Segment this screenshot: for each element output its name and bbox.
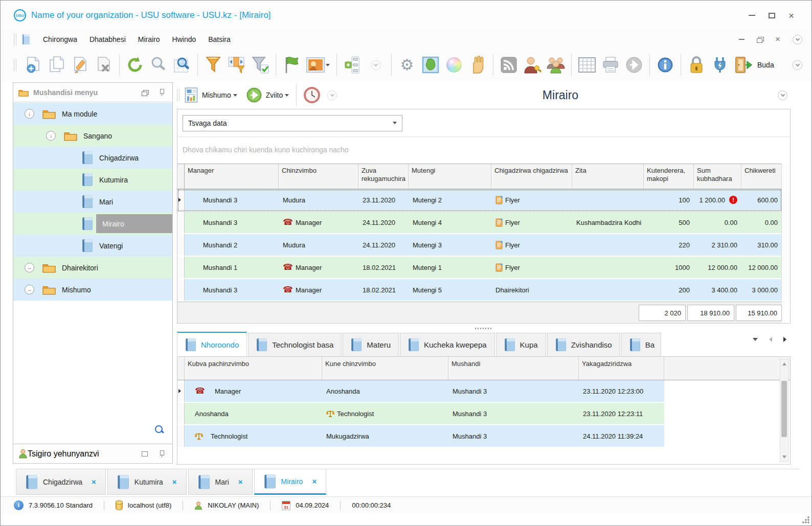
image-view-button[interactable] (303, 53, 333, 77)
expander-expand-icon[interactable]: → (25, 285, 34, 294)
tab-close-icon[interactable]: × (92, 477, 96, 486)
expander-expand-icon[interactable]: → (25, 263, 34, 272)
tree-node-vatengi[interactable]: Vatengi (13, 235, 172, 257)
detail-scrollbar[interactable] (780, 359, 788, 462)
menu-hwindo[interactable]: Hwindo (166, 32, 202, 47)
grid-scrollbar[interactable] (781, 164, 790, 303)
advanced-search-button[interactable] (170, 53, 194, 77)
subtoolbar-overflow-button[interactable] (327, 90, 337, 100)
tab-kupa[interactable]: Kupa (496, 333, 546, 356)
tab-zvishandiso[interactable]: Zvishandiso (547, 333, 620, 356)
close-button[interactable]: × (788, 13, 794, 18)
navigate-next-button[interactable] (622, 53, 646, 77)
table-row[interactable]: Mushandi 2 Mudura 24.11.2020 Mutengi 3 F… (177, 234, 782, 257)
column-header[interactable]: Chinzvimbo (279, 164, 358, 189)
column-header[interactable]: Sum kubhadhara (694, 164, 741, 189)
table-row[interactable]: Mushandi 3 ☎Manager 24.11.2020 Mutengi 4… (177, 212, 782, 234)
scroll-thumb[interactable] (781, 381, 787, 437)
column-header[interactable]: Kutenderera, makopi (644, 164, 694, 189)
delete-record-button[interactable] (92, 53, 116, 77)
rss-feed-button[interactable] (497, 53, 521, 77)
tab-truncated[interactable]: Ba (621, 333, 661, 356)
tab-nhoroondo[interactable]: Nhoroondo (177, 332, 247, 356)
map-view-button[interactable] (419, 53, 442, 77)
column-header[interactable]: Mushandi (448, 357, 579, 380)
window-tab-mirairo[interactable]: Mirairo × (254, 469, 327, 495)
panel-pin-button[interactable] (159, 89, 164, 96)
tree-node-ma-module[interactable]: ↓ Ma module (13, 103, 172, 125)
actions-dropdown[interactable]: Zviito (246, 87, 289, 103)
refresh-button[interactable] (123, 53, 147, 77)
window-tab-chigadzirwa[interactable]: Chigadzirwa × (16, 469, 106, 495)
column-header[interactable]: Kune chinzvimbo (322, 357, 448, 380)
lock-button[interactable] (685, 53, 708, 77)
search-button[interactable] (147, 53, 170, 77)
window-tab-kutumira[interactable]: Kutumira × (107, 469, 187, 495)
maximize-button[interactable] (769, 13, 775, 18)
tab-scroll-right-icon[interactable] (783, 337, 786, 342)
child-restore-button[interactable] (757, 37, 763, 42)
user-permissions-button[interactable] (521, 53, 544, 77)
panel-maximize-button[interactable] (142, 451, 148, 456)
table-row[interactable]: Mushandi 1 ☎Manager 18.02.2021 Mutengi 1… (177, 257, 782, 279)
menu-chirongwa[interactable]: Chirongwa (37, 32, 83, 47)
scroll-down-icon[interactable] (782, 455, 786, 459)
color-theme-button[interactable] (442, 53, 466, 77)
tree-node-chigadzirwa[interactable]: Chigadzirwa (13, 147, 172, 169)
window-tab-mari[interactable]: Mari × (188, 469, 253, 495)
column-header[interactable]: Mutengi (409, 164, 491, 189)
flag-button[interactable] (280, 53, 303, 77)
print-button[interactable] (599, 53, 622, 77)
tab-scroll-left-icon[interactable] (769, 337, 772, 342)
column-header[interactable]: Yakagadziridzwa (579, 357, 664, 380)
menu-grip[interactable] (14, 33, 16, 45)
child-close-button[interactable]: × (775, 37, 780, 42)
exit-button[interactable]: Buda (732, 53, 776, 77)
user-groups-button[interactable] (544, 53, 568, 77)
tree-node-dhairekitori[interactable]: → Dhairekitori (13, 257, 172, 279)
filter-apply-button[interactable] (249, 53, 272, 77)
toolbar-overflow-button[interactable] (793, 60, 802, 70)
splitter-handle[interactable] (177, 326, 791, 331)
toolbar-more-button[interactable] (364, 53, 388, 77)
tab-close-icon[interactable]: × (312, 477, 317, 486)
column-header[interactable]: Manager (185, 164, 279, 189)
tab-kucheka-kwepepa[interactable]: Kucheka kwepepa (400, 333, 495, 356)
new-record-button[interactable] (21, 53, 45, 77)
column-header[interactable]: Zita (572, 164, 644, 189)
pan-hand-button[interactable] (466, 53, 489, 77)
tree-node-mishumo[interactable]: → Mishumo (13, 279, 172, 301)
resize-grip[interactable] (802, 516, 809, 523)
menu-batsira[interactable]: Batsira (202, 32, 237, 47)
filter-columns-button[interactable] (225, 53, 249, 77)
toolbar-grip[interactable] (14, 59, 16, 71)
timer-button[interactable] (304, 87, 320, 103)
settings-button[interactable]: ⚙ (395, 53, 419, 77)
column-header[interactable]: Zuva rekugamuchira (358, 164, 409, 189)
child-minimize-button[interactable] (739, 39, 745, 40)
table-row[interactable]: Anoshanda Technologist Mushandi 3 23.11.… (177, 403, 790, 425)
table-row[interactable]: Mushandi 3 Mudura 23.11.2020 Mutengi 2 F… (177, 189, 782, 212)
tree-node-mari[interactable]: Mari (13, 191, 172, 213)
copy-record-button[interactable] (45, 53, 69, 77)
column-header[interactable]: Chigadzirwa chigadzirwa (491, 164, 572, 189)
tree-node-mirairo-selected[interactable]: Mirairo (13, 213, 172, 235)
table-row[interactable]: Mushandi 3 ☎Manager 18.02.2021 Mutengi 5… (177, 279, 782, 302)
tab-close-icon[interactable]: × (172, 477, 177, 486)
minimize-button[interactable] (749, 15, 755, 16)
menu-mirairo[interactable]: Mirairo (132, 32, 166, 47)
tab-materu[interactable]: Materu (343, 333, 399, 356)
menu-dhatabhesi[interactable]: Dhatabhesi (83, 32, 132, 47)
tree-node-kutumira[interactable]: Kutumira (13, 169, 172, 191)
subtoolbar-grip[interactable] (177, 89, 179, 101)
tab-close-icon[interactable]: × (238, 477, 243, 486)
plugin-button[interactable] (708, 53, 732, 77)
search-combo[interactable]: Tsvaga data (183, 115, 402, 131)
table-view-button[interactable] (575, 53, 599, 77)
info-button[interactable] (653, 53, 677, 77)
tree-node-sangano[interactable]: ↓ Sangano (13, 125, 172, 147)
table-row[interactable]: ☎Manager Anoshanda Mushandi 3 23.11.2020… (177, 380, 790, 403)
panel-pin-button[interactable] (159, 450, 164, 458)
tab-list-dropdown-icon[interactable] (753, 338, 758, 341)
tab-technologist-basa[interactable]: Technologist basa (248, 333, 342, 356)
